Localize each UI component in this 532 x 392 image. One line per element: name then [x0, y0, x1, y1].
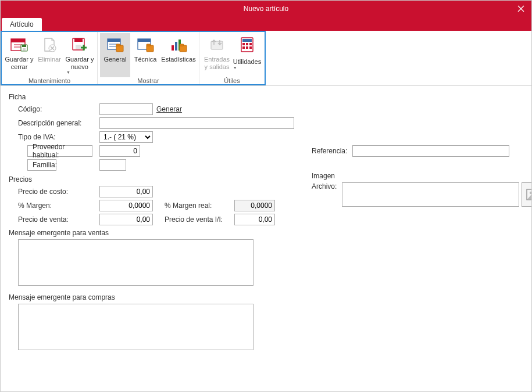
ribbon-highlight: Guardar y cerrar Eliminar — [1, 31, 266, 85]
generar-link[interactable]: Generar — [156, 105, 182, 113]
ribbon-group-mostrar: General Técnica — [98, 32, 199, 84]
mensaje-compras-label: Mensaje emergente para compras — [9, 293, 294, 301]
svg-rect-6 — [23, 48, 26, 51]
ribbon-group-utiles: Entradas y salidas Utilidades ▼ — [199, 32, 265, 84]
tab-articulo[interactable]: Artículo — [2, 18, 42, 31]
costo-input[interactable] — [99, 186, 153, 197]
familia-button[interactable]: Familia: — [27, 159, 56, 171]
margen-real-input — [234, 200, 275, 211]
close-icon — [517, 5, 524, 12]
svg-rect-18 — [138, 39, 151, 42]
proveedor-button[interactable]: Proveedor habitual: — [27, 145, 92, 157]
general-button[interactable]: General — [100, 33, 130, 77]
venta-input[interactable] — [99, 214, 153, 225]
familia-input[interactable] — [99, 159, 126, 171]
group-label-utiles: Útiles — [202, 77, 262, 85]
mensaje-compras-textarea[interactable] — [18, 304, 253, 350]
image-browse-button[interactable] — [522, 182, 532, 207]
save-new-button[interactable]: Guardar y nuevo ▼ — [65, 33, 95, 77]
codigo-label: Código: — [18, 105, 99, 113]
svg-rect-1 — [11, 39, 25, 42]
image-icon — [526, 189, 532, 200]
ribbon: Guardar y cerrar Eliminar — [1, 31, 531, 86]
svg-rect-5 — [22, 45, 26, 47]
svg-rect-28 — [242, 39, 252, 42]
venta-ii-input[interactable] — [234, 214, 275, 225]
svg-rect-16 — [116, 44, 120, 46]
section-precios: Precios — [9, 175, 294, 184]
delete-label: Eliminar — [38, 56, 61, 63]
descripcion-label: Descripción general: — [18, 119, 99, 127]
svg-rect-9 — [74, 38, 83, 42]
proveedor-input[interactable] — [99, 145, 140, 157]
tecnica-label: Técnica — [134, 56, 157, 63]
general-label: General — [103, 56, 126, 63]
archivo-path-box[interactable] — [342, 182, 519, 207]
content-area: Ficha Código: Generar Descripción genera… — [1, 86, 531, 358]
svg-rect-29 — [242, 43, 245, 45]
svg-rect-12 — [108, 39, 120, 42]
save-close-icon — [10, 35, 28, 54]
svg-rect-10 — [76, 45, 81, 49]
svg-rect-15 — [116, 45, 123, 52]
window-title: Nuevo artículo — [244, 5, 288, 13]
svg-rect-32 — [242, 46, 245, 49]
titlebar: Nuevo artículo — [1, 1, 531, 17]
ribbon-group-mantenimiento: Guardar y cerrar Eliminar — [2, 32, 98, 84]
svg-rect-22 — [175, 42, 177, 51]
margen-real-label: % Margen real: — [165, 202, 234, 210]
svg-rect-33 — [246, 46, 248, 49]
margen-label: % Margen: — [18, 202, 99, 210]
estadisticas-icon — [169, 35, 188, 54]
general-icon — [106, 35, 124, 54]
estadisticas-button[interactable]: Estadísticas — [160, 33, 197, 77]
entradas-salidas-label: Entradas y salidas — [202, 56, 231, 70]
svg-rect-24 — [180, 45, 187, 52]
tipo-iva-select[interactable]: 1.- ( 21 %) — [99, 131, 153, 143]
entradas-salidas-icon — [208, 35, 226, 54]
save-close-label: Guardar y cerrar — [5, 56, 34, 70]
svg-rect-31 — [249, 43, 252, 45]
group-label-mantenimiento: Mantenimiento — [4, 77, 95, 85]
section-ficha: Ficha — [9, 93, 294, 101]
venta-ii-label: Precio de venta I/I: — [165, 215, 234, 224]
mensaje-ventas-textarea[interactable] — [18, 239, 253, 286]
svg-rect-25 — [180, 44, 184, 46]
entradas-salidas-button[interactable]: Entradas y salidas — [202, 33, 232, 77]
save-new-icon — [70, 35, 89, 54]
svg-rect-21 — [172, 45, 174, 51]
svg-rect-34 — [249, 46, 252, 49]
chevron-down-icon: ▼ — [66, 70, 70, 74]
costo-label: Precio de costo: — [18, 188, 99, 196]
margen-input[interactable] — [99, 200, 153, 211]
tabstrip: Artículo — [1, 17, 531, 31]
referencia-input[interactable] — [352, 145, 509, 157]
delete-button[interactable]: Eliminar — [34, 33, 65, 77]
save-new-label: Guardar y nuevo — [65, 56, 94, 70]
delete-icon — [40, 35, 59, 54]
save-close-button[interactable]: Guardar y cerrar — [4, 33, 34, 77]
section-imagen: Imagen — [312, 172, 523, 180]
calculator-icon — [238, 35, 256, 54]
svg-rect-19 — [147, 45, 153, 52]
close-button[interactable] — [510, 1, 531, 17]
venta-label: Precio de venta: — [18, 215, 99, 224]
codigo-input[interactable] — [99, 103, 153, 115]
svg-point-36 — [530, 192, 532, 194]
tecnica-icon — [136, 35, 155, 54]
archivo-label: Archivo: — [312, 182, 342, 190]
chevron-down-icon: ▼ — [233, 66, 237, 70]
svg-rect-20 — [147, 44, 151, 46]
svg-rect-26 — [211, 41, 223, 49]
tipo-iva-label: Tipo de IVA: — [18, 133, 99, 141]
referencia-label: Referencia: — [312, 147, 352, 155]
mensaje-ventas-label: Mensaje emergente para ventas — [9, 229, 294, 237]
utilidades-label: Utilidades — [233, 58, 261, 66]
group-label-mostrar: Mostrar — [100, 77, 197, 85]
tecnica-button[interactable]: Técnica — [130, 33, 160, 77]
estadisticas-label: Estadísticas — [161, 56, 195, 63]
utilidades-button[interactable]: Utilidades ▼ — [232, 33, 262, 77]
svg-rect-30 — [246, 43, 248, 45]
descripcion-input[interactable] — [99, 117, 294, 129]
